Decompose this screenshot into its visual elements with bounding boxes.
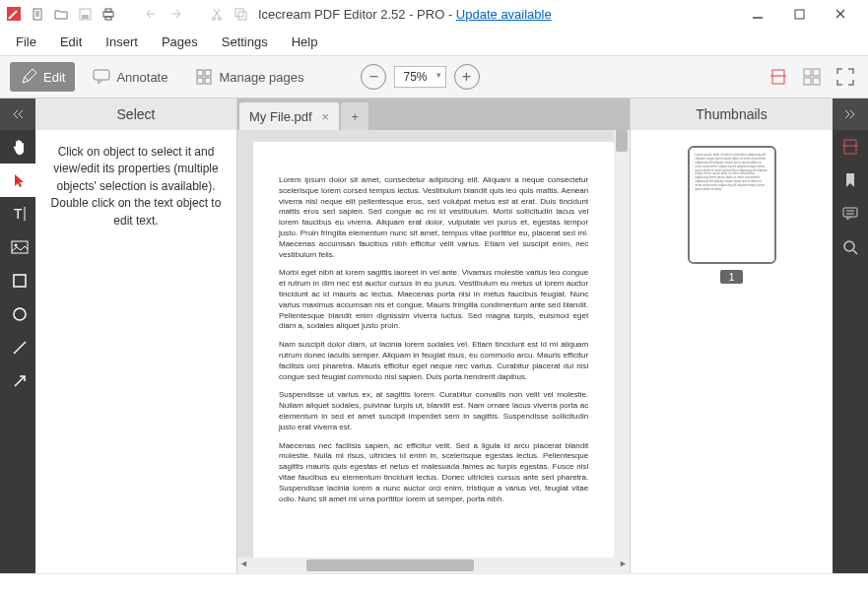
text-tool-button[interactable]: T <box>0 197 35 230</box>
svg-rect-18 <box>772 70 784 84</box>
open-file-icon[interactable] <box>53 6 69 22</box>
thumbnail-page-number: 1 <box>720 270 742 284</box>
maximize-button[interactable] <box>785 4 813 24</box>
svg-rect-13 <box>94 70 109 80</box>
menu-settings[interactable]: Settings <box>212 31 278 53</box>
svg-line-38 <box>853 250 857 254</box>
svg-rect-17 <box>205 78 211 84</box>
print-icon[interactable] <box>100 6 116 22</box>
rectangle-tool-button[interactable] <box>0 264 35 297</box>
svg-line-31 <box>15 377 24 386</box>
arrow-tool-button[interactable] <box>0 364 35 398</box>
svg-rect-32 <box>844 140 856 154</box>
status-bar <box>0 573 868 591</box>
new-file-icon[interactable] <box>30 6 45 22</box>
app-logo-icon <box>6 6 22 22</box>
line-tool-button[interactable] <box>0 331 35 364</box>
redo-icon[interactable] <box>167 6 183 22</box>
svg-point-8 <box>219 17 222 20</box>
tab-label: My File.pdf <box>249 109 312 124</box>
svg-rect-5 <box>105 9 111 12</box>
paragraph: Suspendisse ut varius ex, at sagittis lo… <box>279 390 588 432</box>
thumbnails-title: Thumbnails <box>631 98 833 130</box>
menu-file[interactable]: File <box>6 31 46 53</box>
fullscreen-button[interactable] <box>833 64 858 90</box>
grid-icon <box>195 68 213 86</box>
image-tool-button[interactable] <box>0 230 35 264</box>
select-panel: Select Click on object to select it and … <box>35 98 237 573</box>
menu-edit[interactable]: Edit <box>50 31 92 53</box>
svg-rect-20 <box>804 69 811 76</box>
svg-rect-28 <box>14 275 26 287</box>
document-tab[interactable]: My File.pdf × <box>239 102 339 130</box>
annotate-label: Annotate <box>116 70 167 85</box>
svg-point-27 <box>14 244 17 247</box>
hand-tool-button[interactable] <box>0 130 35 164</box>
minimize-button[interactable] <box>744 4 771 24</box>
document-viewport[interactable]: Lorem ipsum dolor sit amet, consectetur … <box>237 130 630 558</box>
svg-rect-16 <box>197 78 203 84</box>
bookmark-button[interactable] <box>833 164 868 197</box>
thumbnail-page[interactable]: Lorem ipsum dolor sit amet consectetur a… <box>688 146 776 264</box>
comments-button[interactable] <box>833 197 868 230</box>
update-link[interactable]: Update available <box>456 7 552 22</box>
search-button[interactable] <box>833 230 868 264</box>
paragraph: Lorem ipsum dolor sit amet, consectetur … <box>279 175 588 260</box>
paragraph: Nam suscipit dolor diam, ut lacinia lore… <box>279 340 588 382</box>
annotate-button[interactable]: Annotate <box>83 62 177 92</box>
svg-rect-12 <box>795 10 804 19</box>
paragraph: Morbi eget nibh at lorem sagittis laoree… <box>279 268 588 332</box>
window-title: Icecream PDF Editor 2.52 - PRO - Update … <box>258 7 552 22</box>
layout-button[interactable] <box>833 130 868 164</box>
paragraph: Maecenas nec facilisis sapien, ac effici… <box>279 441 588 505</box>
close-button[interactable] <box>827 4 854 24</box>
menu-bar: File Edit Insert Pages Settings Help <box>0 28 868 55</box>
vertical-scrollbar[interactable] <box>614 130 630 558</box>
svg-rect-34 <box>843 208 857 217</box>
undo-icon[interactable] <box>144 6 160 22</box>
zoom-out-button[interactable]: − <box>361 64 386 90</box>
document-area: My File.pdf × + Lorem ipsum dolor sit am… <box>237 98 630 573</box>
svg-text:T: T <box>14 206 23 222</box>
menu-insert[interactable]: Insert <box>96 31 148 53</box>
cut-icon[interactable] <box>209 6 225 22</box>
select-tool-button[interactable] <box>0 164 35 197</box>
manage-pages-label: Manage pages <box>219 70 303 85</box>
edit-label: Edit <box>43 70 65 85</box>
svg-rect-14 <box>197 70 203 76</box>
pencil-icon <box>20 68 37 86</box>
menu-pages[interactable]: Pages <box>152 31 208 53</box>
collapse-left-button[interactable] <box>0 98 35 130</box>
svg-rect-21 <box>813 69 820 76</box>
svg-rect-10 <box>238 12 246 20</box>
zoom-in-button[interactable]: + <box>454 64 480 90</box>
horizontal-scrollbar[interactable] <box>237 558 630 573</box>
add-tab-button[interactable]: + <box>341 102 368 130</box>
page-canvas[interactable]: Lorem ipsum dolor sit amet, consectetur … <box>253 142 614 558</box>
svg-point-29 <box>14 308 26 320</box>
zoom-select[interactable]: 75% <box>394 66 445 88</box>
svg-rect-3 <box>82 15 89 19</box>
menu-help[interactable]: Help <box>282 31 328 53</box>
title-bar: Icecream PDF Editor 2.52 - PRO - Update … <box>0 0 868 28</box>
collapse-right-button[interactable] <box>833 98 868 130</box>
edit-mode-button[interactable]: Edit <box>10 62 75 92</box>
svg-rect-15 <box>205 70 211 76</box>
svg-rect-22 <box>804 78 811 85</box>
thumbnails-panel: Thumbnails Lorem ipsum dolor sit amet co… <box>630 98 833 573</box>
manage-pages-button[interactable]: Manage pages <box>185 62 313 92</box>
svg-line-30 <box>14 342 26 354</box>
right-tool-strip <box>833 98 868 573</box>
single-page-view-button[interactable] <box>766 64 791 90</box>
select-panel-title: Select <box>35 98 236 130</box>
circle-tool-button[interactable] <box>0 297 35 331</box>
save-icon[interactable] <box>77 6 93 22</box>
svg-rect-6 <box>105 17 111 20</box>
svg-rect-23 <box>813 78 820 85</box>
copy-icon[interactable] <box>233 6 248 22</box>
svg-rect-9 <box>235 9 243 17</box>
left-tool-strip: T <box>0 98 35 573</box>
tab-close-icon[interactable]: × <box>322 109 330 124</box>
grid-view-button[interactable] <box>799 64 825 90</box>
tab-bar: My File.pdf × + <box>237 98 630 130</box>
